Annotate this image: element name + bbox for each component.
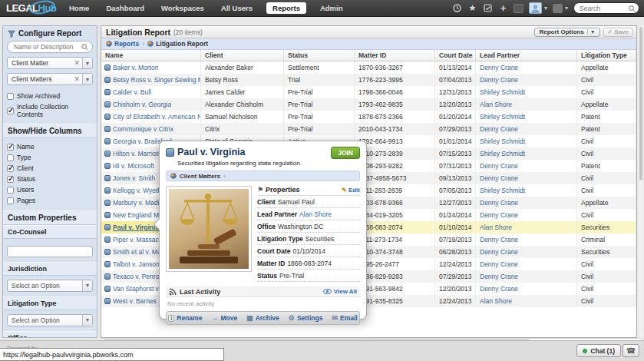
vertical-scrollbar-thumb[interactable] (639, 27, 642, 180)
vertical-scrollbar[interactable] (639, 25, 643, 338)
workspace-switcher-icon[interactable] (553, 4, 563, 13)
phone-button[interactable]: ☎ (623, 344, 639, 357)
partner-link[interactable]: Alan Shore (480, 101, 512, 108)
partner-link[interactable]: Denny Crane (480, 64, 518, 71)
clock-icon[interactable] (452, 3, 462, 13)
app-switcher-icon[interactable] (514, 4, 523, 13)
type-select[interactable]: Client Matter ✕ ▼ (7, 57, 93, 69)
app-logo[interactable]: LEGALHub (6, 2, 55, 14)
table-row[interactable]: Calder v. BullJames CalderPre-Trial1798-… (101, 86, 636, 98)
custom-field-select-litigation-type[interactable]: Select an Option▼ (7, 314, 93, 326)
partner-link[interactable]: Shirley Schmidt (480, 137, 525, 145)
chevron-down-icon[interactable]: ▼ (82, 74, 92, 84)
partner-link[interactable]: Denny Crane (480, 260, 518, 268)
partner-link[interactable]: Denny Crane (480, 273, 518, 280)
matter-link[interactable]: Baker v. Morton (113, 61, 158, 74)
matter-link[interactable]: Paul v. Virginia (113, 221, 159, 233)
report-options-button[interactable]: Report Options ▼ (534, 28, 599, 37)
column-toggle-name[interactable]: Name (7, 141, 93, 152)
partner-link[interactable]: Denny Crane (480, 236, 518, 243)
popup-breadcrumb[interactable]: Client Matters › (166, 171, 360, 181)
partner-link[interactable]: Denny Crane (480, 248, 518, 256)
matter-link[interactable]: City of Elizabeth v. American Nich... (113, 111, 200, 123)
matter-link[interactable]: West v. Barnes (113, 295, 157, 307)
partner-link[interactable]: Denny Crane (480, 199, 518, 207)
add-icon[interactable]: + (498, 3, 508, 13)
partner-link[interactable]: Denny Crane (480, 162, 518, 170)
column-toggle-type[interactable]: Type (7, 152, 93, 163)
join-button[interactable]: JOIN (331, 147, 360, 159)
filter-include-collection-contents[interactable]: Include Collection Contents (7, 101, 93, 120)
custom-field-select-jurisdiction[interactable]: Select an Option▼ (7, 280, 93, 292)
clear-icon[interactable]: ✕ (71, 59, 82, 67)
nav-item-workspaces[interactable]: Workspaces (158, 2, 207, 14)
partner-link[interactable]: Denny Crane (480, 285, 518, 293)
partner-link[interactable]: Shirley Schmidt (480, 187, 525, 194)
archive-button[interactable]: ▦Archive (246, 314, 279, 322)
partner-link[interactable]: Shirley Schmidt (480, 150, 525, 157)
matter-link[interactable]: Smith et al v. Mad (113, 246, 164, 258)
name-filter-input[interactable] (14, 43, 80, 51)
nav-item-admin[interactable]: Admin (317, 2, 346, 14)
property-value[interactable]: Alan Shore (299, 210, 332, 218)
rename-button[interactable]: IRename (168, 314, 202, 322)
column-header-status[interactable]: Status (284, 50, 355, 61)
table-row[interactable]: Communique v CitrixCitrixPre-Trial2010-0… (101, 123, 636, 135)
table-row[interactable]: Betsy Ross v. Singer Sewing Machi...Bets… (101, 74, 636, 86)
matter-link[interactable]: New England Mut (113, 209, 164, 221)
nav-item-all-users[interactable]: All Users (218, 2, 256, 14)
workspace-caret-icon[interactable]: ▾ (565, 5, 568, 12)
column-header-lead-partner[interactable]: Lead Partner (476, 50, 577, 61)
filter-show-archived[interactable]: Show Archived (7, 91, 93, 101)
checkbox-icon[interactable] (7, 197, 14, 204)
column-toggle-client[interactable]: Client (7, 163, 93, 174)
partner-link[interactable]: Alan Shore (480, 224, 512, 231)
partner-link[interactable]: Denny Crane (480, 174, 518, 182)
partner-link[interactable]: Shirley Schmidt (480, 113, 525, 121)
matter-link[interactable]: Hilton v. Marriott (113, 147, 160, 160)
matter-link[interactable]: i4i v. Microsoft (113, 160, 154, 172)
chat-button[interactable]: Chat (1) (576, 344, 621, 357)
checkbox-icon[interactable] (7, 93, 14, 100)
matter-link[interactable]: Communique v Citrix (113, 123, 173, 135)
nav-item-reports[interactable]: Reports (266, 2, 306, 14)
column-toggle-pages[interactable]: Pages (7, 195, 93, 206)
email-button[interactable]: ✉Email (332, 314, 357, 322)
breadcrumb-reports[interactable]: Reports (106, 40, 139, 48)
collection-select[interactable]: Client Matters ✕ ▼ (7, 73, 93, 85)
nav-item-home[interactable]: Home (66, 2, 92, 14)
partner-link[interactable]: Denny Crane (480, 76, 518, 84)
move-button[interactable]: →Move (211, 314, 237, 322)
table-row[interactable]: Baker v. MortonAlexander BakerSettlement… (101, 61, 636, 74)
matter-link[interactable]: Kellogg v. Wyeth (113, 184, 161, 197)
column-header-matter-id[interactable]: Matter ID (355, 50, 435, 61)
column-header-client[interactable]: Client (201, 50, 284, 61)
edit-properties-link[interactable]: ✎Edit (342, 187, 360, 194)
save-button[interactable]: ✓ Save (603, 28, 633, 37)
avatar-caret-icon[interactable]: ▾ (544, 5, 547, 12)
table-row[interactable]: Chisholm v. GeorgiaAlexander ChisholmPre… (101, 98, 636, 111)
matter-link[interactable]: Talbot v. Janson (113, 258, 160, 270)
column-toggle-users[interactable]: Users (7, 184, 93, 195)
chevron-down-icon[interactable]: ▼ (587, 29, 596, 35)
checkbox-icon[interactable] (7, 187, 14, 194)
column-header-name[interactable]: Name (101, 50, 201, 61)
checkbox-icon[interactable] (7, 108, 14, 114)
checkbox-icon[interactable] (7, 154, 14, 161)
partner-link[interactable]: Shirley Schmidt (480, 88, 525, 96)
chevron-down-icon[interactable]: ▼ (82, 58, 92, 68)
matter-link[interactable]: Jones v. Smith (113, 172, 155, 184)
breadcrumb-current[interactable]: Litigation Report (147, 40, 208, 48)
matter-link[interactable]: Chisholm v. Georgia (113, 98, 171, 111)
nav-item-dashboard[interactable]: Dashboard (103, 2, 147, 14)
partner-link[interactable]: Alan Shore (480, 297, 512, 305)
checkbox-icon[interactable] (7, 165, 14, 172)
view-all-link[interactable]: View All (323, 288, 357, 295)
checkbox-icon[interactable] (7, 144, 14, 151)
chevron-down-icon[interactable]: ▼ (82, 280, 92, 291)
column-header-litigation-type[interactable]: Litigation Type (577, 50, 636, 61)
star-icon[interactable]: ★ (467, 3, 477, 13)
settings-button[interactable]: ⚙Settings (289, 314, 323, 322)
matter-link[interactable]: Betsy Ross v. Singer Sewing Machi... (113, 74, 200, 86)
user-avatar[interactable] (529, 2, 542, 14)
